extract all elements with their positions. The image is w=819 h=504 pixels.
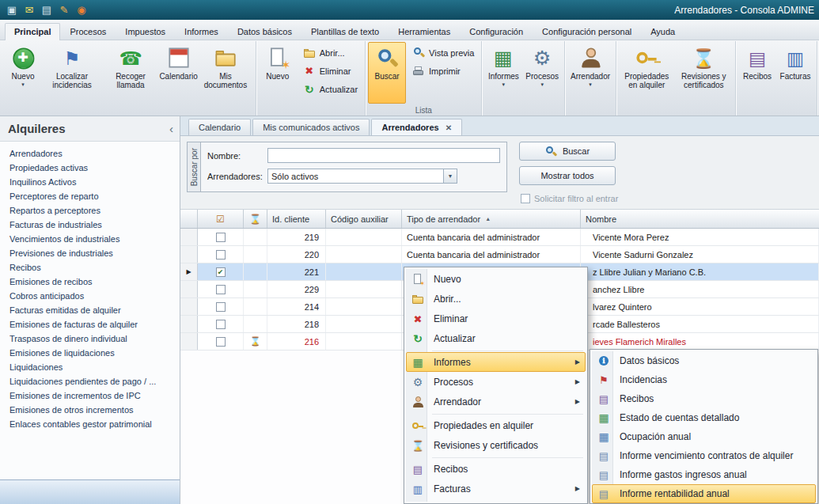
collapse-sidebar-icon[interactable] [169,122,173,135]
row-select-cell[interactable] [198,298,244,315]
document-tab[interactable]: Arrendadores [371,119,462,135]
sidebar-item[interactable]: Previsiones de industriales [0,246,180,260]
context-menu-item[interactable]: Eliminar [406,309,586,328]
ribbon-tab[interactable]: Procesos [60,23,116,40]
sidebar-item[interactable]: Propiedades activas [0,161,180,175]
row-indicator-cell[interactable] [180,333,198,350]
context-menu-item[interactable]: Propiedades en alquiler [406,415,586,435]
ribbon-button[interactable]: Calendario [159,42,198,104]
close-tab-icon[interactable] [446,123,452,132]
ribbon-button[interactable]: Nuevo [4,42,42,104]
nombre-input[interactable] [267,148,500,163]
column-header-tipo-arrendador[interactable]: Tipo de arrendador [402,210,581,228]
context-menu-item[interactable]: Cobros/ Pagos del arrendador [406,498,586,504]
sidebar-item[interactable]: Facturas emitidas de alquiler [0,303,180,317]
ribbon-button[interactable]: Buscar [368,42,406,104]
ribbon-button[interactable]: Revisiones y certificados [675,42,733,104]
sidebar-item[interactable]: Repartos a perceptores [0,203,180,218]
row-select-cell[interactable] [198,281,244,297]
quick-launch-icon[interactable] [5,3,19,17]
ribbon-button[interactable]: Procesos [522,42,562,104]
ribbon-small-button[interactable]: Imprimir [408,62,479,80]
row-select-cell[interactable] [198,263,244,280]
ribbon-tab[interactable]: Ayuda [641,23,684,40]
submenu-item[interactable]: Recibos [592,389,816,408]
submenu-item[interactable]: Informe vencimiento contratos de alquile… [592,446,816,465]
ribbon-tab[interactable]: Configuración personal [533,23,641,40]
submenu-item[interactable]: Incidencias [592,370,816,389]
row-indicator-cell[interactable] [180,298,198,315]
ribbon-button[interactable]: Mis documentos [198,42,253,104]
arrendadores-dropdown[interactable]: Sólo activos [267,169,457,184]
context-menu-item[interactable]: Abrir... [406,289,586,309]
ribbon-small-button[interactable]: Vista previa [408,44,479,62]
sidebar-item[interactable]: Emisiones de incrementos de IPC [0,388,180,403]
context-menu-item[interactable]: Informes [406,352,586,372]
row-indicator-cell[interactable] [180,316,198,332]
sidebar-item[interactable]: Perceptores de reparto [0,189,180,203]
quick-launch-icon[interactable] [40,3,54,17]
context-menu-item[interactable]: Arrendador [406,392,586,411]
ribbon-tab[interactable]: Configuración [460,23,533,40]
sidebar-item[interactable]: Emisiones de liquidaciones [0,346,180,360]
context-menu-item[interactable]: Recibos [406,459,586,479]
ribbon-button[interactable]: Nuevo [259,42,297,104]
submenu-item[interactable]: Datos básicos [592,351,816,370]
row-select-cell[interactable] [198,229,244,245]
submenu-item[interactable]: Ocupación anual [592,427,816,446]
submenu-item[interactable]: Informe rentabilidad anual [592,484,816,503]
ribbon-tab[interactable]: Impuestos [116,23,175,40]
document-tab[interactable]: Mis comunicados activos [252,119,370,135]
row-checkbox[interactable] [216,233,226,242]
column-header-nombre[interactable]: Nombre [581,210,819,228]
ribbon-tab[interactable]: Principal [5,23,60,40]
row-select-cell[interactable] [198,316,244,332]
row-checkbox[interactable] [216,302,226,312]
ribbon-tab[interactable]: Datos básicos [228,23,301,40]
mostrar-todos-button[interactable]: Mostrar todos [519,166,616,185]
row-checkbox[interactable] [216,337,226,347]
sidebar-item[interactable]: Emisiones de otros incrementos [0,403,180,417]
row-checkbox[interactable] [216,267,226,277]
quick-launch-icon[interactable] [74,3,89,17]
ribbon-small-button[interactable]: Actualizar [298,80,362,98]
sidebar-item[interactable]: Cobros anticipados [0,289,180,303]
ribbon-button[interactable]: Facturas [776,42,814,104]
row-select-cell[interactable] [198,333,244,350]
row-checkbox[interactable] [216,250,226,260]
row-checkbox[interactable] [216,320,226,329]
table-row[interactable]: 219 Cuenta bancaria del administrador Vi… [180,229,819,246]
context-menu-item[interactable]: Actualizar [406,328,586,348]
row-indicator-cell[interactable] [180,263,198,280]
quick-launch-icon[interactable] [22,3,36,17]
context-menu-item[interactable]: Procesos [406,372,586,392]
context-menu-item[interactable]: Nuevo [406,269,586,289]
ribbon-button[interactable]: Recoger llamada [102,42,159,104]
sidebar-item[interactable]: Facturas de industriales [0,218,180,232]
row-indicator-cell[interactable] [180,246,198,263]
sidebar-item[interactable]: Enlaces contables gestor patrimonial [0,417,180,431]
sidebar-item[interactable]: Traspasos de dinero individual [0,332,180,346]
ribbon-button[interactable]: Recibos [738,42,776,104]
ribbon-small-button[interactable]: Eliminar [298,62,362,80]
context-menu-item[interactable]: Revisiones y certificados [406,435,586,455]
ribbon-button[interactable]: Propiedades en alquiler [619,42,674,104]
buscar-button[interactable]: Buscar [519,142,616,161]
row-indicator-cell[interactable] [180,229,198,245]
ribbon-button[interactable]: Localizar incidencias [42,42,102,104]
sidebar-item[interactable]: Vencimientos de industriales [0,232,180,246]
table-row[interactable]: 220 Cuenta bancaria del administrador Vi… [180,246,819,263]
column-header-pending[interactable] [244,210,267,228]
ribbon-small-button[interactable]: Abrir... [298,44,362,62]
ribbon-tab[interactable]: Herramientas [389,23,460,40]
ribbon-tab[interactable]: Informes [175,23,228,40]
sidebar-item[interactable]: Arrendadores [0,146,180,161]
document-tab[interactable]: Calendario [188,119,251,135]
sidebar-item[interactable]: Emisiones de recibos [0,275,180,289]
ribbon-tab[interactable]: Plantillas de texto [301,23,389,40]
submenu-item[interactable]: Informe gastos ingresos anual [592,465,816,484]
context-menu-item[interactable]: Facturas [406,479,586,498]
ribbon-button[interactable]: Arrendador [567,42,613,104]
checkbox-icon[interactable] [521,194,530,203]
column-header-select[interactable] [198,210,244,228]
